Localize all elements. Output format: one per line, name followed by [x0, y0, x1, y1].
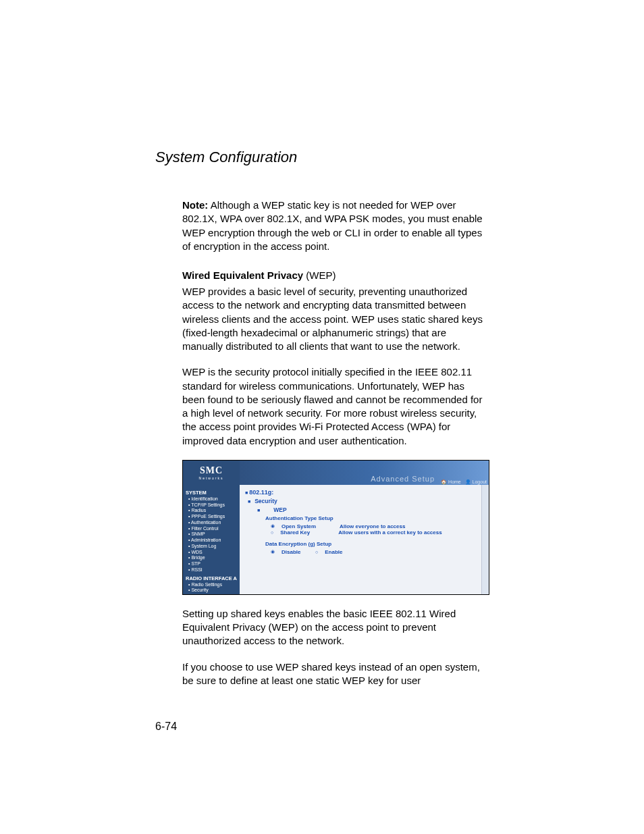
home-tab[interactable]: 🏠 Home [441, 479, 461, 484]
shared-key-radio[interactable]: ○ [271, 530, 273, 535]
shared-key-row: ○ Shared Key Allow users with a correct … [271, 529, 483, 536]
note-text: Although a WEP static key is not needed … [182, 199, 483, 252]
sidebar-item-security[interactable]: • Security [188, 588, 240, 594]
router-tabs: 🏠 Home 👤 Logout [441, 479, 487, 485]
sidebar-item-rssi[interactable]: • RSSI [188, 567, 240, 573]
sidebar-item-tcpip[interactable]: • TCP/IP Settings [188, 502, 240, 509]
sidebar-item-filter[interactable]: • Filter Control [188, 526, 240, 532]
enable-label: Enable [325, 549, 376, 555]
logo-main: SMC [200, 465, 223, 476]
wep-heading: Wired Equivalent Privacy (WEP) [182, 269, 489, 281]
router-body: SYSTEM • Identification • TCP/IP Setting… [183, 485, 489, 594]
sidebar-item-radius[interactable]: • Radius [188, 508, 240, 514]
paragraph-2: WEP is the security protocol initially s… [182, 365, 489, 448]
disable-radio[interactable]: ◉ [271, 549, 275, 554]
router-header: SMC Networks Advanced Setup 🏠 Home 👤 Log… [183, 461, 489, 485]
open-system-label: Open System [281, 523, 333, 529]
note-block: Note: Although a WEP static key is not n… [182, 199, 489, 253]
logout-tab[interactable]: 👤 Logout [465, 479, 487, 484]
open-system-radio[interactable]: ◉ [271, 523, 275, 529]
enable-radio[interactable]: ○ [315, 550, 318, 554]
scrollbar[interactable] [481, 485, 489, 594]
main-wep: WEP [273, 506, 286, 513]
main-security: Security [254, 498, 277, 504]
paragraph-4: If you choose to use WEP shared keys ins… [182, 660, 489, 688]
router-banner: Advanced Setup 🏠 Home 👤 Logout [240, 461, 489, 485]
router-main: ■ 802.11g: ■ Security ■ WEP Authenticati… [240, 485, 489, 594]
shared-key-desc: Allow users with a correct key to access [338, 529, 441, 536]
section-title: System Configuration [155, 149, 489, 166]
router-sidebar: SYSTEM • Identification • TCP/IP Setting… [183, 485, 240, 594]
data-encryption-hdr: Data Encryption (g) Setup [265, 541, 483, 547]
auth-type-hdr: Authentication Type Setup [265, 515, 483, 521]
disable-label: Disable [281, 549, 308, 555]
sidebar-item-snmp[interactable]: • SNMP [188, 531, 240, 538]
sidebar-item-bridge[interactable]: • Bridge [188, 555, 240, 561]
open-system-desc: Allow everyone to access [340, 523, 405, 529]
wep-heading-rest: (WEP) [303, 269, 336, 281]
banner-title: Advanced Setup [371, 475, 435, 483]
document-page: System Configuration Note: Although a WE… [0, 0, 644, 834]
sidebar-radio-hdr: RADIO INTERFACE A [186, 575, 240, 581]
page-number: 6-74 [155, 721, 177, 733]
sidebar-item-radio-settings[interactable]: • Radio Settings [188, 582, 240, 588]
sidebar-item-stp[interactable]: • STP [188, 561, 240, 567]
router-screenshot: SMC Networks Advanced Setup 🏠 Home 👤 Log… [182, 460, 489, 595]
enc-row: ◉ Disable ○ Enable [271, 549, 483, 555]
sidebar-item-pppoe[interactable]: • PPPoE Settings [188, 514, 240, 520]
open-system-row: ◉ Open System Allow everyone to access [271, 523, 483, 529]
note-label: Note: [182, 199, 208, 211]
paragraph-3: Setting up shared keys enables the basic… [182, 607, 489, 648]
router-logo: SMC Networks [183, 461, 240, 485]
shared-key-label: Shared Key [280, 529, 331, 536]
sidebar-system-hdr: SYSTEM [186, 490, 240, 496]
sidebar-item-syslog[interactable]: • System Log [188, 544, 240, 550]
sidebar-item-admin[interactable]: • Administration [188, 538, 240, 544]
sidebar-item-wds[interactable]: • WDS [188, 550, 240, 556]
paragraph-1: WEP provides a basic level of security, … [182, 285, 489, 353]
main-802: 802.11g: [249, 489, 273, 496]
wep-heading-strong: Wired Equivalent Privacy [182, 269, 303, 281]
sidebar-item-identification[interactable]: • Identification [188, 496, 240, 502]
logo-sub: Networks [199, 476, 224, 480]
sidebar-item-auth[interactable]: • Authentication [188, 520, 240, 526]
